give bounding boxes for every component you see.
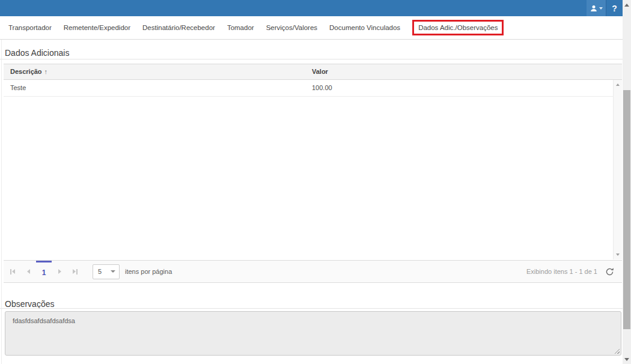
window-left-border — [1, 16, 2, 364]
scrollbar-thumb[interactable] — [623, 90, 630, 329]
previous-page-button[interactable] — [20, 261, 36, 282]
seek-first-icon — [10, 269, 11, 275]
section-divider — [0, 308, 623, 309]
section-title-dados-adicionais: Dados Adicionais — [5, 48, 69, 58]
cell-valor: 100.00 — [312, 80, 332, 96]
observacoes-textarea[interactable]: fdasfdsafdsafdsafdsa — [5, 311, 621, 356]
user-icon — [590, 5, 597, 12]
chevron-down-icon — [111, 270, 115, 273]
tab-documento-vinculados[interactable]: Documento Vinculados — [323, 24, 406, 31]
grid-header-row: Descrição↑ Valor — [4, 64, 622, 80]
section-divider — [0, 59, 623, 59]
tab-strip: Transportador Remetente/Expedidor Destin… — [0, 16, 623, 40]
resize-grip-icon[interactable] — [614, 348, 620, 354]
tab-dados-adic-observacoes[interactable]: Dados Adic./Observações — [412, 20, 504, 35]
next-arrow-icon — [58, 269, 61, 274]
last-page-button[interactable] — [67, 261, 83, 282]
prev-arrow-icon — [27, 269, 30, 274]
cell-descricao: Teste — [10, 80, 26, 96]
seek-first-arrow — [12, 269, 15, 274]
help-button[interactable]: ? — [606, 0, 623, 16]
pager-right-group: Exibindo itens 1 - 1 de 1 — [526, 267, 622, 276]
page-size-value: 5 — [98, 268, 102, 275]
seek-last-arrow — [73, 269, 76, 274]
page-number-current[interactable]: 1 — [36, 261, 52, 282]
scroll-up-icon[interactable] — [623, 1, 631, 9]
tab-destinatario-recebedor[interactable]: Destinatário/Recebedor — [136, 24, 221, 31]
scroll-up-icon[interactable] — [614, 81, 622, 88]
top-navbar: ? — [0, 0, 623, 16]
grid-vertical-scrollbar[interactable] — [613, 80, 622, 259]
column-header-descricao-label: Descrição — [10, 68, 42, 75]
pager-info-text: Exibindo itens 1 - 1 de 1 — [526, 268, 597, 275]
items-per-page-label: itens por página — [125, 268, 172, 275]
scroll-down-icon[interactable] — [614, 251, 622, 258]
next-page-button[interactable] — [52, 261, 67, 282]
seek-last-icon — [76, 269, 78, 275]
page-size-select[interactable]: 5 — [93, 264, 120, 279]
observacoes-text: fdasfdsafdsafdsafdsa — [13, 317, 75, 324]
dados-adicionais-grid: Descrição↑ Valor Teste 100.00 — [4, 64, 622, 259]
grid-pager: 1 5 itens por página Exibindo itens 1 - … — [4, 260, 622, 283]
grid-body: Teste 100.00 — [4, 80, 622, 259]
table-row[interactable]: Teste 100.00 — [4, 80, 613, 97]
first-page-button[interactable] — [5, 261, 20, 282]
tab-tomador[interactable]: Tomador — [221, 24, 260, 31]
scroll-down-icon[interactable] — [623, 355, 631, 363]
page-vertical-scrollbar[interactable] — [623, 0, 631, 364]
chevron-down-icon — [599, 7, 603, 10]
sort-asc-icon: ↑ — [44, 68, 48, 75]
column-header-descricao[interactable]: Descrição↑ — [10, 64, 47, 79]
tab-transportador[interactable]: Transportador — [2, 24, 58, 31]
section-title-observacoes: Observações — [5, 299, 54, 309]
column-header-valor[interactable]: Valor — [312, 64, 328, 79]
tab-remetente-expedidor[interactable]: Remetente/Expedidor — [58, 24, 136, 31]
user-menu-button[interactable] — [587, 0, 606, 16]
app-window: ? Transportador Remetente/Expedidor Dest… — [0, 0, 631, 364]
tab-servicos-valores[interactable]: Serviços/Valores — [260, 24, 323, 31]
refresh-button[interactable] — [605, 267, 614, 276]
